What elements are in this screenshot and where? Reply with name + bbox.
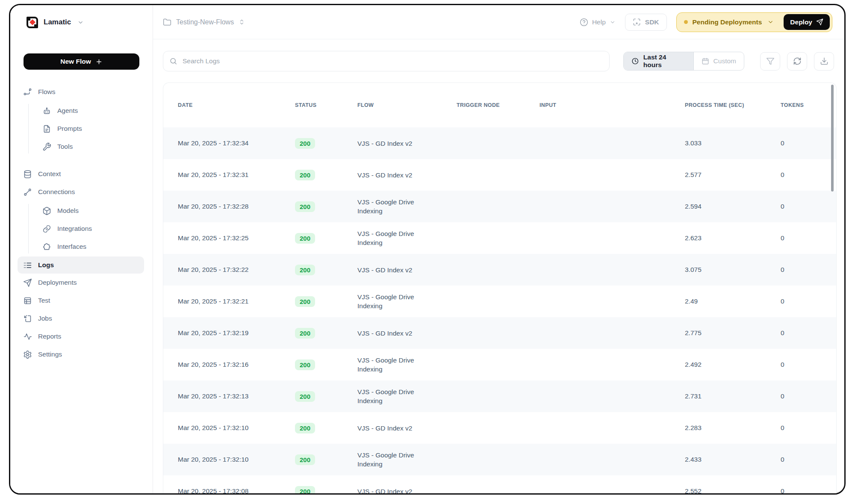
sidebar-item-label: Connections xyxy=(38,188,75,196)
table-row[interactable]: Mar 20, 2025 - 17:32:13200VJS - Google D… xyxy=(163,380,836,412)
table-row[interactable]: Mar 20, 2025 - 17:32:10200VJS - Google D… xyxy=(163,444,836,475)
refresh-icon xyxy=(793,57,802,65)
sidebar-item-agents[interactable]: Agents xyxy=(10,102,153,120)
folder-icon xyxy=(163,18,171,27)
interfaces-puzzle-icon xyxy=(42,242,51,251)
search-wrap xyxy=(163,51,610,71)
time-range-segmented: Last 24 hours Custom xyxy=(623,52,744,71)
cell-tokens: 0 xyxy=(781,329,836,337)
column-header: FLOW xyxy=(357,102,457,108)
sidebar-item-tools[interactable]: Tools xyxy=(10,138,153,156)
cell-date: Mar 20, 2025 - 17:32:34 xyxy=(178,139,295,147)
sidebar-item-integrations[interactable]: Integrations xyxy=(10,220,153,238)
deploy-button[interactable]: Deploy xyxy=(784,14,830,30)
sidebar-item-prompts[interactable]: Prompts xyxy=(10,120,153,138)
sidebar-item-logs[interactable]: Logs xyxy=(18,256,144,274)
sidebar-item-models[interactable]: Models xyxy=(10,202,153,220)
column-header: TOKENS xyxy=(781,102,836,108)
filter-button[interactable] xyxy=(760,52,780,71)
project-selector[interactable]: Testing-New-Flows xyxy=(163,18,245,27)
table-header-row: DATESTATUSFLOWTRIGGER NODEINPUTPROCESS T… xyxy=(163,83,836,127)
time-range-label: Last 24 hours xyxy=(643,53,686,69)
table-row[interactable]: Mar 20, 2025 - 17:32:10200VJS - GD Index… xyxy=(163,412,836,444)
status-badge: 200 xyxy=(295,138,315,149)
prompts-document-icon xyxy=(42,124,51,133)
status-badge: 200 xyxy=(295,233,315,244)
table-row[interactable]: Mar 20, 2025 - 17:32:22200VJS - GD Index… xyxy=(163,254,836,286)
column-header: INPUT xyxy=(540,102,685,108)
filter-funnel-icon xyxy=(766,57,775,65)
cell-tokens: 0 xyxy=(781,298,836,305)
time-range-last-24-hours[interactable]: Last 24 hours xyxy=(624,52,693,70)
cell-date: Mar 20, 2025 - 17:32:31 xyxy=(178,171,295,179)
sidebar-item-connections[interactable]: Connections xyxy=(10,183,153,201)
sdk-code-icon xyxy=(633,18,641,26)
sidebar-item-reports[interactable]: Reports xyxy=(10,327,153,345)
table-row[interactable]: Mar 20, 2025 - 17:32:25200VJS - Google D… xyxy=(163,222,836,254)
table-row[interactable]: Mar 20, 2025 - 17:32:34200VJS - GD Index… xyxy=(163,127,836,159)
cell-tokens: 0 xyxy=(781,392,836,400)
status-badge: 200 xyxy=(295,486,315,494)
new-flow-button[interactable]: New Flow xyxy=(24,53,139,70)
status-badge: 200 xyxy=(295,391,315,402)
status-badge: 200 xyxy=(295,170,315,180)
cell-process-time: 2.433 xyxy=(685,456,781,463)
pending-deployments-banner: Pending Deployments Deploy xyxy=(676,12,832,32)
download-button[interactable] xyxy=(814,52,834,71)
cell-process-time: 2.594 xyxy=(685,203,781,210)
logs-table: DATESTATUSFLOWTRIGGER NODEINPUTPROCESS T… xyxy=(163,83,837,493)
chevron-down-icon[interactable] xyxy=(767,19,774,25)
brand-name: Lamatic xyxy=(44,18,71,27)
sidebar-item-jobs[interactable]: Jobs xyxy=(10,309,153,327)
lamatic-logo-icon xyxy=(27,17,38,28)
app-window: Lamatic New Flow Flows Agents xyxy=(9,4,846,495)
sdk-button[interactable]: SDK xyxy=(625,14,667,31)
sidebar-item-label: Models xyxy=(57,207,79,215)
refresh-button[interactable] xyxy=(787,52,807,71)
sidebar-item-label: Integrations xyxy=(57,225,92,233)
help-menu[interactable]: Help xyxy=(580,18,616,27)
cell-status: 200 xyxy=(295,138,357,149)
cell-flow: VJS - Google Drive Indexing xyxy=(357,356,433,374)
cell-tokens: 0 xyxy=(781,487,836,493)
flows-icon xyxy=(23,88,32,97)
test-table-icon xyxy=(23,296,32,305)
cell-status: 200 xyxy=(295,328,357,339)
table-row[interactable]: Mar 20, 2025 - 17:32:21200VJS - Google D… xyxy=(163,286,836,317)
status-badge: 200 xyxy=(295,423,315,433)
sidebar-item-label: Logs xyxy=(38,261,54,269)
cell-flow: VJS - GD Index v2 xyxy=(357,171,433,180)
reports-activity-icon xyxy=(23,332,32,341)
cell-status: 200 xyxy=(295,454,357,465)
sidebar-item-deployments[interactable]: Deployments xyxy=(10,274,153,292)
sidebar-nav: Flows Agents Prompts Tools xyxy=(10,83,153,363)
sidebar-item-flows[interactable]: Flows xyxy=(10,83,153,101)
time-range-custom[interactable]: Custom xyxy=(694,52,744,70)
cell-date: Mar 20, 2025 - 17:32:08 xyxy=(178,487,295,493)
deploy-label: Deploy xyxy=(790,18,812,26)
sidebar-item-interfaces[interactable]: Interfaces xyxy=(10,238,153,256)
cell-process-time: 2.492 xyxy=(685,361,781,368)
table-row[interactable]: Mar 20, 2025 - 17:32:08200VJS - GD Index… xyxy=(163,475,836,493)
table-row[interactable]: Mar 20, 2025 - 17:32:31200VJS - GD Index… xyxy=(163,159,836,191)
cell-process-time: 2.731 xyxy=(685,392,781,400)
cell-date: Mar 20, 2025 - 17:32:19 xyxy=(178,329,295,337)
sidebar-item-test[interactable]: Test xyxy=(10,292,153,309)
cell-flow: VJS - GD Index v2 xyxy=(357,139,433,148)
sidebar-item-settings[interactable]: Settings xyxy=(10,345,153,363)
chevron-down-icon xyxy=(610,19,616,25)
status-badge: 200 xyxy=(295,201,315,212)
vertical-scrollbar-thumb[interactable] xyxy=(831,85,834,192)
sidebar-item-label: Flows xyxy=(38,88,55,96)
table-row[interactable]: Mar 20, 2025 - 17:32:16200VJS - Google D… xyxy=(163,349,836,380)
deployments-send-icon xyxy=(23,278,32,287)
logs-controls: Last 24 hours Custom xyxy=(153,51,844,71)
search-input[interactable] xyxy=(163,51,610,71)
table-row[interactable]: Mar 20, 2025 - 17:32:28200VJS - Google D… xyxy=(163,191,836,222)
table-row[interactable]: Mar 20, 2025 - 17:32:19200VJS - GD Index… xyxy=(163,317,836,349)
sidebar-item-context[interactable]: Context xyxy=(10,165,153,183)
workspace-switcher[interactable]: Lamatic xyxy=(10,5,153,39)
project-name: Testing-New-Flows xyxy=(176,18,234,26)
cell-flow: VJS - Google Drive Indexing xyxy=(357,451,433,469)
sidebar-item-label: Deployments xyxy=(38,279,77,286)
